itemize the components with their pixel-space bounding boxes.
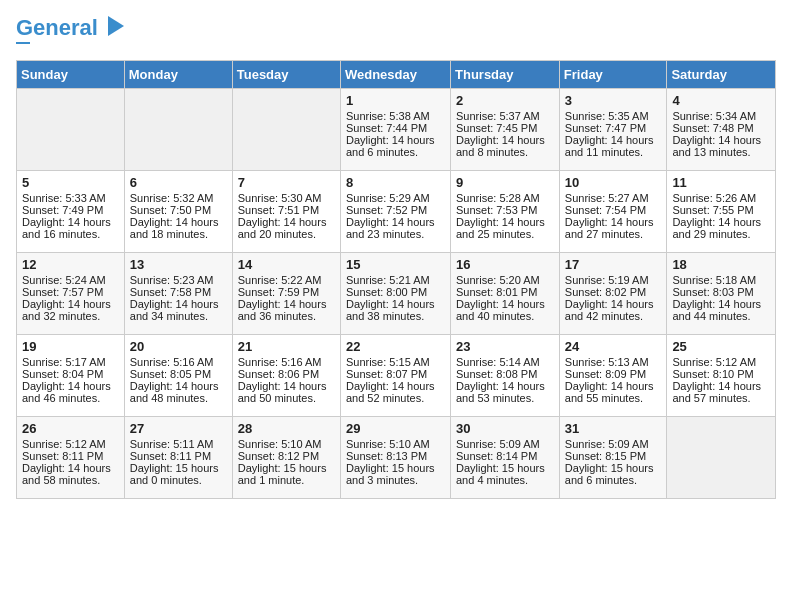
sunrise-label: Sunrise: 5:20 AM [456,274,540,286]
weekday-header-friday: Friday [559,61,667,89]
sunrise-label: Sunrise: 5:37 AM [456,110,540,122]
sunset-label: Sunset: 8:15 PM [565,450,646,462]
sunrise-label: Sunrise: 5:21 AM [346,274,430,286]
sunset-label: Sunset: 8:14 PM [456,450,537,462]
calendar-cell: 21Sunrise: 5:16 AMSunset: 8:06 PMDayligh… [232,335,340,417]
sunrise-label: Sunrise: 5:22 AM [238,274,322,286]
sunrise-label: Sunrise: 5:28 AM [456,192,540,204]
sunset-label: Sunset: 7:51 PM [238,204,319,216]
weekday-header-thursday: Thursday [451,61,560,89]
weekday-header-saturday: Saturday [667,61,776,89]
calendar-cell: 23Sunrise: 5:14 AMSunset: 8:08 PMDayligh… [451,335,560,417]
sunrise-label: Sunrise: 5:29 AM [346,192,430,204]
sunset-label: Sunset: 8:04 PM [22,368,103,380]
daylight-label: Daylight: 14 hours and 48 minutes. [130,380,219,404]
calendar-cell: 3Sunrise: 5:35 AMSunset: 7:47 PMDaylight… [559,89,667,171]
day-number: 10 [565,175,662,190]
sunset-label: Sunset: 8:08 PM [456,368,537,380]
calendar-cell: 30Sunrise: 5:09 AMSunset: 8:14 PMDayligh… [451,417,560,499]
day-number: 26 [22,421,119,436]
day-number: 29 [346,421,445,436]
sunset-label: Sunset: 7:53 PM [456,204,537,216]
daylight-label: Daylight: 14 hours and 55 minutes. [565,380,654,404]
sunrise-label: Sunrise: 5:09 AM [456,438,540,450]
sunrise-label: Sunrise: 5:12 AM [672,356,756,368]
day-number: 8 [346,175,445,190]
weekday-header-tuesday: Tuesday [232,61,340,89]
calendar-cell [17,89,125,171]
sunrise-label: Sunrise: 5:16 AM [238,356,322,368]
sunrise-label: Sunrise: 5:35 AM [565,110,649,122]
page-header: General [16,16,776,50]
calendar-cell: 31Sunrise: 5:09 AMSunset: 8:15 PMDayligh… [559,417,667,499]
calendar-table: SundayMondayTuesdayWednesdayThursdayFrid… [16,60,776,499]
logo-arrow-icon [100,12,128,40]
sunset-label: Sunset: 8:13 PM [346,450,427,462]
weekday-header-sunday: Sunday [17,61,125,89]
sunrise-label: Sunrise: 5:18 AM [672,274,756,286]
calendar-cell: 29Sunrise: 5:10 AMSunset: 8:13 PMDayligh… [340,417,450,499]
day-number: 3 [565,93,662,108]
sunrise-label: Sunrise: 5:38 AM [346,110,430,122]
day-number: 16 [456,257,554,272]
daylight-label: Daylight: 15 hours and 3 minutes. [346,462,435,486]
sunset-label: Sunset: 8:06 PM [238,368,319,380]
calendar-cell: 18Sunrise: 5:18 AMSunset: 8:03 PMDayligh… [667,253,776,335]
day-number: 22 [346,339,445,354]
daylight-label: Daylight: 14 hours and 50 minutes. [238,380,327,404]
calendar-cell: 4Sunrise: 5:34 AMSunset: 7:48 PMDaylight… [667,89,776,171]
weekday-header-wednesday: Wednesday [340,61,450,89]
sunset-label: Sunset: 7:45 PM [456,122,537,134]
daylight-label: Daylight: 14 hours and 36 minutes. [238,298,327,322]
daylight-label: Daylight: 15 hours and 6 minutes. [565,462,654,486]
day-number: 1 [346,93,445,108]
calendar-cell: 16Sunrise: 5:20 AMSunset: 8:01 PMDayligh… [451,253,560,335]
svg-marker-0 [108,16,124,36]
day-number: 20 [130,339,227,354]
calendar-cell: 7Sunrise: 5:30 AMSunset: 7:51 PMDaylight… [232,171,340,253]
day-number: 23 [456,339,554,354]
day-number: 24 [565,339,662,354]
calendar-cell: 20Sunrise: 5:16 AMSunset: 8:05 PMDayligh… [124,335,232,417]
sunset-label: Sunset: 8:03 PM [672,286,753,298]
sunset-label: Sunset: 7:58 PM [130,286,211,298]
daylight-label: Daylight: 14 hours and 16 minutes. [22,216,111,240]
sunrise-label: Sunrise: 5:16 AM [130,356,214,368]
daylight-label: Daylight: 14 hours and 13 minutes. [672,134,761,158]
calendar-cell [232,89,340,171]
sunset-label: Sunset: 7:50 PM [130,204,211,216]
daylight-label: Daylight: 14 hours and 18 minutes. [130,216,219,240]
day-number: 9 [456,175,554,190]
calendar-cell: 26Sunrise: 5:12 AMSunset: 8:11 PMDayligh… [17,417,125,499]
sunrise-label: Sunrise: 5:33 AM [22,192,106,204]
daylight-label: Daylight: 15 hours and 0 minutes. [130,462,219,486]
sunset-label: Sunset: 7:54 PM [565,204,646,216]
day-number: 25 [672,339,770,354]
day-number: 19 [22,339,119,354]
calendar-cell: 6Sunrise: 5:32 AMSunset: 7:50 PMDaylight… [124,171,232,253]
day-number: 31 [565,421,662,436]
daylight-label: Daylight: 14 hours and 40 minutes. [456,298,545,322]
calendar-cell: 27Sunrise: 5:11 AMSunset: 8:11 PMDayligh… [124,417,232,499]
sunrise-label: Sunrise: 5:26 AM [672,192,756,204]
calendar-cell: 13Sunrise: 5:23 AMSunset: 7:58 PMDayligh… [124,253,232,335]
logo-line-icon [16,36,30,50]
daylight-label: Daylight: 14 hours and 32 minutes. [22,298,111,322]
sunrise-label: Sunrise: 5:10 AM [238,438,322,450]
daylight-label: Daylight: 14 hours and 29 minutes. [672,216,761,240]
day-number: 14 [238,257,335,272]
calendar-cell: 9Sunrise: 5:28 AMSunset: 7:53 PMDaylight… [451,171,560,253]
daylight-label: Daylight: 14 hours and 25 minutes. [456,216,545,240]
sunset-label: Sunset: 8:11 PM [130,450,211,462]
daylight-label: Daylight: 14 hours and 58 minutes. [22,462,111,486]
sunrise-label: Sunrise: 5:24 AM [22,274,106,286]
calendar-cell: 5Sunrise: 5:33 AMSunset: 7:49 PMDaylight… [17,171,125,253]
calendar-cell: 12Sunrise: 5:24 AMSunset: 7:57 PMDayligh… [17,253,125,335]
sunrise-label: Sunrise: 5:32 AM [130,192,214,204]
sunset-label: Sunset: 8:02 PM [565,286,646,298]
calendar-cell [124,89,232,171]
sunrise-label: Sunrise: 5:12 AM [22,438,106,450]
calendar-cell: 22Sunrise: 5:15 AMSunset: 8:07 PMDayligh… [340,335,450,417]
calendar-cell: 11Sunrise: 5:26 AMSunset: 7:55 PMDayligh… [667,171,776,253]
day-number: 6 [130,175,227,190]
